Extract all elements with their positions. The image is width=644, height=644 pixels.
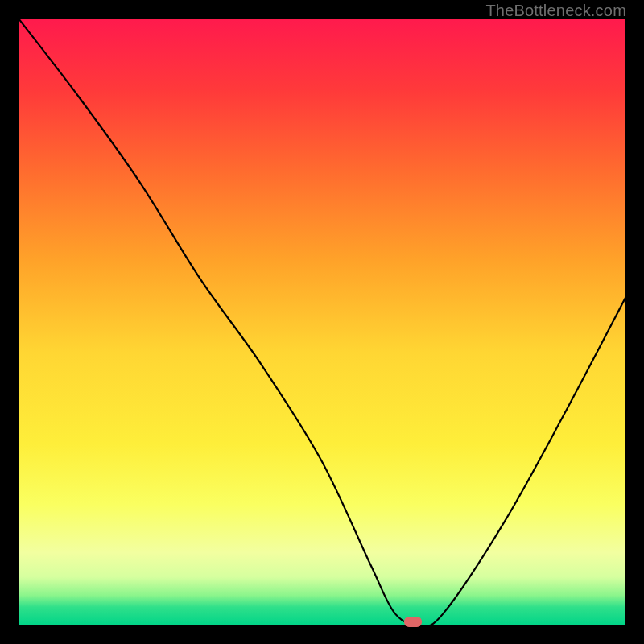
optimal-marker [404, 617, 422, 627]
bottleneck-curve [19, 19, 625, 625]
watermark-text: TheBottleneck.com [485, 2, 626, 20]
plot-area [19, 19, 625, 625]
chart-frame: TheBottleneck.com [0, 0, 644, 644]
